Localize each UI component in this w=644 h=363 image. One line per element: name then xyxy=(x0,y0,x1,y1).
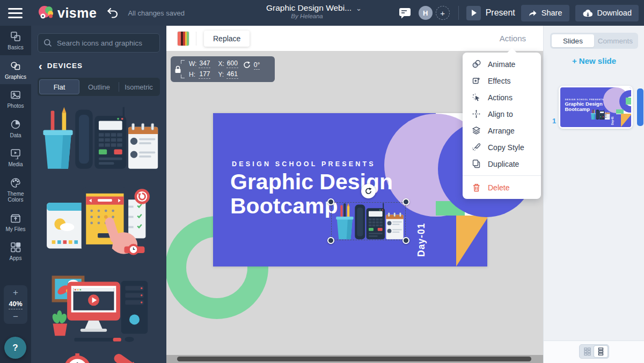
tab-flat[interactable]: Flat xyxy=(39,79,79,94)
zoom-widget: + 40% − xyxy=(4,285,27,324)
save-status: All changes saved xyxy=(128,9,185,17)
slide-day-label[interactable]: Day-01 xyxy=(416,223,427,257)
align-to-icon xyxy=(472,109,481,118)
tab-comments[interactable]: Comments xyxy=(594,34,636,47)
svg-text:Day-01: Day-01 xyxy=(611,116,614,125)
replace-button[interactable]: Replace xyxy=(204,31,250,47)
chevron-down-icon[interactable]: ⌄ xyxy=(356,4,362,12)
slide-kicker-text[interactable]: DESIGN SCHOOL PRESENTS xyxy=(232,160,376,168)
selection-handle-bottom-right[interactable] xyxy=(402,237,409,244)
copy-style-brush-icon xyxy=(472,143,481,152)
color-swatch[interactable] xyxy=(177,31,189,46)
tab-isometric[interactable]: Isometric xyxy=(119,79,158,94)
menu-item-duplicate[interactable]: Duplicate xyxy=(463,155,541,172)
back-chevron-icon[interactable]: ‹ xyxy=(39,62,42,70)
undo-icon[interactable] xyxy=(106,7,119,19)
height-label: H: xyxy=(189,71,196,78)
hamburger-menu-icon[interactable] xyxy=(8,8,23,18)
photos-icon xyxy=(10,89,21,101)
sidebar-item-data[interactable]: Data xyxy=(0,114,31,143)
new-slide-button[interactable]: + New slide xyxy=(544,56,644,65)
zoom-out-button[interactable]: − xyxy=(13,312,18,321)
topbar-divider xyxy=(458,6,459,20)
document-title[interactable]: Graphic Design Webi... xyxy=(266,3,352,13)
selection-handle-top-right[interactable] xyxy=(402,198,409,205)
tab-slides[interactable]: Slides xyxy=(552,34,594,47)
theme-colors-palette-icon xyxy=(10,177,21,189)
add-collaborator-button[interactable]: + xyxy=(436,6,450,20)
effects-icon xyxy=(472,76,481,85)
graphics-icon xyxy=(10,60,21,72)
y-label: Y: xyxy=(218,71,224,78)
height-value[interactable]: 177 xyxy=(199,70,210,79)
present-button[interactable]: Present xyxy=(466,6,515,20)
menu-item-align-to[interactable]: Align to xyxy=(463,106,541,122)
horizontal-scrollbar-track[interactable] xyxy=(166,355,543,363)
search-input[interactable] xyxy=(57,39,154,47)
style-tabs: Flat Outline Isometric xyxy=(38,78,160,96)
x-value[interactable]: 600 xyxy=(226,60,238,68)
actions-pointer-icon xyxy=(472,93,481,102)
media-icon xyxy=(10,147,21,159)
share-button[interactable]: Share xyxy=(521,5,569,21)
toolbar-separator xyxy=(196,32,196,46)
horizontal-scrollbar-thumb[interactable] xyxy=(177,357,531,361)
slides-scrollbar-thumb[interactable] xyxy=(637,88,643,126)
rotate-handle[interactable] xyxy=(361,184,376,198)
sidebar-item-media[interactable]: Media xyxy=(0,143,31,172)
y-value[interactable]: 461 xyxy=(226,70,238,79)
search-icon xyxy=(43,39,52,47)
graphic-item-lamp-clock[interactable] xyxy=(38,353,160,363)
rotate-icon[interactable] xyxy=(243,61,251,69)
brand-name: visme xyxy=(57,5,97,21)
share-icon xyxy=(528,9,537,17)
sidebar-item-photos[interactable]: Photos xyxy=(0,84,31,114)
sidebar-item-theme-colors[interactable]: Theme Colors xyxy=(0,172,31,208)
section-title: DEVICES xyxy=(47,62,83,70)
graphic-item-desk-devices[interactable] xyxy=(38,105,160,172)
graphics-panel: ‹ DEVICES Flat Outline Isometric xyxy=(31,26,166,363)
download-cloud-icon xyxy=(582,9,593,17)
selection-handle-top-left[interactable] xyxy=(327,198,334,205)
menu-item-effects[interactable]: Effects xyxy=(463,72,541,89)
tab-outline[interactable]: Outline xyxy=(79,79,119,94)
zoom-in-button[interactable]: + xyxy=(13,288,18,297)
search-box xyxy=(38,33,160,53)
zoom-level[interactable]: 40% xyxy=(9,300,22,309)
selection-box[interactable] xyxy=(331,202,406,240)
lock-icon[interactable] xyxy=(176,60,185,78)
slide-thumbnail[interactable]: DESIGN SCHOOL PRESENTS Graphic Design Bo… xyxy=(559,86,633,129)
position-toolbar: W: 347 H: 177 X: 600 Y: 461 0° xyxy=(171,56,275,82)
arrange-layers-icon xyxy=(472,126,481,135)
actions-menu-trigger[interactable]: Actions xyxy=(500,34,526,43)
help-button[interactable]: ? xyxy=(4,337,26,359)
top-bar: visme All changes saved Graphic Design W… xyxy=(0,0,644,26)
sidebar-item-apps[interactable]: Apps xyxy=(0,236,31,266)
download-button[interactable]: Download xyxy=(575,5,639,21)
actions-dropdown-menu: Animate Effects Actions Align to Arrange… xyxy=(463,53,541,199)
rotation-value[interactable]: 0° xyxy=(254,61,260,70)
menu-item-animate[interactable]: Animate xyxy=(463,56,541,72)
section-header[interactable]: ‹ DEVICES xyxy=(39,62,166,70)
grid-view-button[interactable] xyxy=(581,346,594,357)
menu-item-arrange[interactable]: Arrange xyxy=(463,122,541,139)
visme-logo[interactable]: visme xyxy=(38,5,97,21)
list-view-button[interactable] xyxy=(594,346,608,357)
selection-handle-bottom-left[interactable] xyxy=(327,237,334,244)
menu-item-actions[interactable]: Actions xyxy=(463,89,541,106)
right-panel-tabs: Slides Comments xyxy=(550,33,638,49)
avatar[interactable]: H xyxy=(419,6,433,20)
comments-icon[interactable] xyxy=(399,8,411,19)
graphic-item-desktop-computer[interactable] xyxy=(38,268,160,344)
sidebar-item-my-files[interactable]: My Files xyxy=(0,208,31,237)
menu-item-copy-style[interactable]: Copy Style xyxy=(463,139,541,155)
sidebar-item-basics[interactable]: Basics xyxy=(0,26,31,55)
slide-thumbnail-art: DESIGN SCHOOL PRESENTS Graphic Design Bo… xyxy=(560,87,631,127)
graphic-item-tablet-calendar-hand[interactable] xyxy=(38,181,160,258)
menu-item-delete[interactable]: Delete xyxy=(463,179,541,196)
document-author: By Heleana xyxy=(236,13,392,19)
selected-desk-devices-element[interactable] xyxy=(333,202,405,241)
width-value[interactable]: 347 xyxy=(199,60,210,68)
sidebar-item-graphics[interactable]: Graphics xyxy=(0,55,31,85)
my-files-folder-icon xyxy=(10,212,21,224)
